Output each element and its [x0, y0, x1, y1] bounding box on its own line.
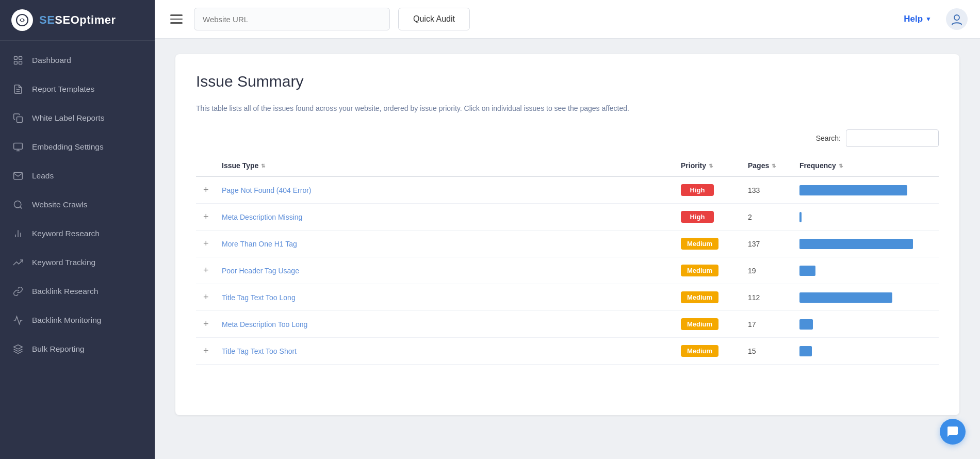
sidebar-item-label: Embedding Settings — [32, 142, 104, 152]
frequency-bar-wrap — [799, 319, 934, 330]
table-row[interactable]: + Meta Description Too Long Medium 17 — [196, 311, 939, 338]
expand-button[interactable]: + — [201, 238, 211, 249]
pages-cell: 112 — [743, 284, 794, 311]
chat-bubble-button[interactable] — [940, 419, 966, 445]
table-row[interactable]: + Meta Description Missing High 2 — [196, 204, 939, 231]
copy-icon — [12, 112, 24, 124]
sidebar-item-bulk-reporting[interactable]: Bulk Reporting — [0, 335, 155, 364]
hamburger-button[interactable] — [167, 11, 186, 27]
sidebar-item-label: Report Templates — [32, 85, 94, 94]
issue-name: Title Tag Text Too Short — [222, 347, 297, 355]
help-button[interactable]: Help ▼ — [904, 14, 932, 24]
sidebar: SESEOptimer Dashboard Report Templates W… — [0, 0, 155, 459]
frequency-cell — [794, 204, 939, 231]
issue-name: Meta Description Too Long — [222, 320, 307, 329]
sidebar-item-label: Backlink Research — [32, 287, 98, 296]
sidebar-item-leads[interactable]: Leads — [0, 161, 155, 190]
table-row[interactable]: + Title Tag Text Too Long Medium 112 — [196, 284, 939, 311]
sort-icon-pages: ⇅ — [772, 163, 775, 169]
svg-rect-3 — [19, 57, 22, 60]
svg-marker-17 — [14, 345, 23, 349]
priority-badge: High — [681, 184, 714, 196]
frequency-cell — [794, 176, 939, 204]
pages-cell: 2 — [743, 204, 794, 231]
svg-rect-4 — [14, 61, 18, 64]
priority-badge: Medium — [681, 318, 718, 330]
sidebar-item-label: Keyword Research — [32, 229, 100, 238]
sidebar-item-dashboard[interactable]: Dashboard — [0, 46, 155, 75]
issue-name: Title Tag Text Too Long — [222, 293, 296, 302]
expand-button[interactable]: + — [201, 265, 211, 276]
issue-name: More Than One H1 Tag — [222, 240, 297, 248]
expand-button[interactable]: + — [201, 185, 211, 195]
help-chevron-icon: ▼ — [925, 15, 932, 23]
sidebar-item-label: Dashboard — [32, 56, 71, 65]
grid-icon — [12, 55, 24, 66]
expand-cell: + — [196, 257, 217, 284]
th-frequency[interactable]: Frequency ⇅ — [794, 155, 939, 176]
sidebar-item-label: Backlink Monitoring — [32, 316, 101, 325]
expand-cell: + — [196, 231, 217, 257]
frequency-cell — [794, 311, 939, 338]
quick-audit-button[interactable]: Quick Audit — [398, 8, 470, 30]
sidebar-item-backlink-monitoring[interactable]: Backlink Monitoring — [0, 306, 155, 335]
table-row[interactable]: + Page Not Found (404 Error) High 133 — [196, 176, 939, 204]
expand-button[interactable]: + — [201, 319, 211, 330]
svg-line-13 — [20, 207, 22, 209]
frequency-bar-wrap — [799, 212, 934, 222]
expand-cell: + — [196, 176, 217, 204]
activity-icon — [12, 315, 24, 326]
expand-button[interactable]: + — [201, 211, 211, 222]
pages-count: 133 — [748, 186, 760, 194]
user-avatar-button[interactable] — [946, 8, 968, 30]
svg-rect-8 — [17, 117, 23, 123]
url-input[interactable] — [194, 8, 390, 30]
pages-cell: 17 — [743, 311, 794, 338]
table-body: + Page Not Found (404 Error) High 133 + … — [196, 176, 939, 365]
frequency-cell — [794, 284, 939, 311]
table-header: Issue Type ⇅ Priority ⇅ Pages ⇅ Frequenc… — [196, 155, 939, 176]
pages-cell: 137 — [743, 231, 794, 257]
th-issue-type[interactable]: Issue Type ⇅ — [217, 155, 676, 176]
pages-cell: 15 — [743, 338, 794, 365]
issue-name: Meta Description Missing — [222, 213, 302, 221]
pages-count: 2 — [748, 213, 752, 221]
sidebar-item-embedding-settings[interactable]: Embedding Settings — [0, 133, 155, 161]
expand-cell: + — [196, 284, 217, 311]
issue-name: Page Not Found (404 Error) — [222, 186, 312, 194]
svg-rect-2 — [14, 57, 18, 60]
frequency-bar-wrap — [799, 346, 934, 356]
priority-cell: Medium — [676, 311, 743, 338]
table-row[interactable]: + Poor Header Tag Usage Medium 19 — [196, 257, 939, 284]
link-icon — [12, 286, 24, 297]
th-priority[interactable]: Priority ⇅ — [676, 155, 743, 176]
sidebar-item-keyword-research[interactable]: Keyword Research — [0, 219, 155, 248]
mail-icon — [12, 170, 24, 182]
frequency-bar-wrap — [799, 185, 934, 195]
priority-cell: Medium — [676, 257, 743, 284]
issue-type-cell: Poor Header Tag Usage — [217, 257, 676, 284]
expand-button[interactable]: + — [201, 292, 211, 303]
issue-type-cell: Title Tag Text Too Short — [217, 338, 676, 365]
th-pages[interactable]: Pages ⇅ — [743, 155, 794, 176]
svg-rect-5 — [19, 61, 22, 64]
sort-icon-priority: ⇅ — [709, 163, 712, 169]
priority-cell: Medium — [676, 284, 743, 311]
expand-button[interactable]: + — [201, 346, 211, 356]
search-input[interactable] — [846, 129, 939, 147]
th-expand — [196, 155, 217, 176]
sidebar-item-label: White Label Reports — [32, 113, 104, 123]
sidebar-item-website-crawls[interactable]: Website Crawls — [0, 190, 155, 219]
table-row[interactable]: + Title Tag Text Too Short Medium 15 — [196, 338, 939, 365]
search-label: Search: — [816, 134, 841, 142]
topbar: Quick Audit Help ▼ — [155, 0, 980, 39]
sidebar-item-keyword-tracking[interactable]: Keyword Tracking — [0, 248, 155, 277]
frequency-bar — [799, 266, 815, 276]
sidebar-item-backlink-research[interactable]: Backlink Research — [0, 277, 155, 306]
frequency-cell — [794, 338, 939, 365]
sidebar-item-white-label-reports[interactable]: White Label Reports — [0, 104, 155, 133]
sort-icon-issue-type: ⇅ — [261, 163, 265, 169]
issue-type-cell: Page Not Found (404 Error) — [217, 176, 676, 204]
sidebar-item-report-templates[interactable]: Report Templates — [0, 75, 155, 104]
table-row[interactable]: + More Than One H1 Tag Medium 137 — [196, 231, 939, 257]
